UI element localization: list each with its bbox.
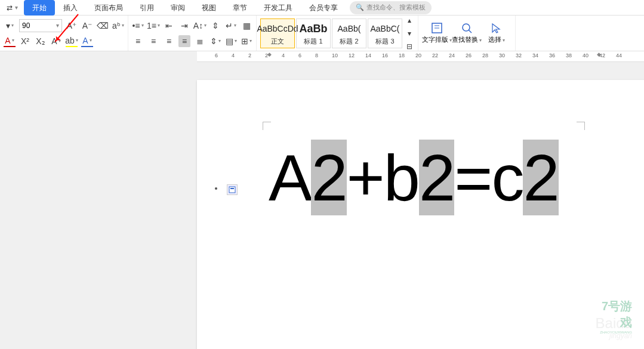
font-color-icon[interactable]: A xyxy=(4,35,16,47)
select-button[interactable]: 选择 xyxy=(482,17,511,50)
ruler-tick: 18 xyxy=(399,52,405,58)
font-size-input[interactable]: 90 xyxy=(19,19,62,32)
style-heading3[interactable]: AaBbC( 标题 3 xyxy=(368,18,402,48)
outdent-icon[interactable]: ⇤ xyxy=(163,20,175,32)
line-spacing-icon[interactable]: ⇕ xyxy=(209,35,221,47)
tab-view[interactable]: 视图 xyxy=(193,0,224,16)
sort-icon[interactable]: A↕ xyxy=(194,20,206,32)
borders-icon[interactable]: ⊞ xyxy=(241,35,252,47)
svg-rect-5 xyxy=(229,187,235,193)
ruler-tick: 16 xyxy=(382,52,388,58)
highlight-icon[interactable]: ab xyxy=(66,35,78,47)
bullets-icon[interactable]: •≡ xyxy=(132,20,144,32)
ruler-tick: 4 xyxy=(282,52,285,58)
ruler-tick: 14 xyxy=(365,52,371,58)
font-group: ▾ 90 A⁺ A⁻ ⌫ aᵇ A X² X₂ A ab A xyxy=(0,16,128,51)
paste-options-icon[interactable] xyxy=(227,184,238,195)
svg-rect-6 xyxy=(230,188,234,189)
menu-tabs: ⇄ ▾ 开始 插入 页面布局 引用 审阅 视图 章节 开发工具 会员专享 🔍 查… xyxy=(0,0,644,16)
ruler-tick: 30 xyxy=(499,52,505,58)
ruler-tick: 6 xyxy=(215,52,218,58)
tab-start[interactable]: 开始 xyxy=(24,0,55,16)
ruler-tick: 2 xyxy=(265,52,268,58)
ruler-tick: 40 xyxy=(583,52,588,58)
search-icon xyxy=(461,22,473,34)
ruler-tick: 38 xyxy=(566,52,572,58)
svg-line-4 xyxy=(469,30,472,33)
tab-member[interactable]: 会员专享 xyxy=(301,0,346,16)
tab-review[interactable]: 审阅 xyxy=(162,0,193,16)
ruler-tick: 6 xyxy=(298,52,301,58)
document-content[interactable]: A 2 + b 2 = c 2 xyxy=(269,140,559,215)
clear-format-icon[interactable]: ⌫ xyxy=(97,20,109,32)
align-left-icon[interactable]: ≡ xyxy=(132,35,144,47)
tab-page-layout[interactable]: 页面布局 xyxy=(86,0,131,16)
subscript-icon[interactable]: X₂ xyxy=(35,35,47,47)
ribbon: ▾ 90 A⁺ A⁻ ⌫ aᵇ A X² X₂ A ab A •≡ 1≡ ⇤ ⇥… xyxy=(0,16,644,51)
anchor-dot xyxy=(215,187,217,190)
tab-references[interactable]: 引用 xyxy=(131,0,162,16)
ruler-tick: 4 xyxy=(232,52,235,58)
shading-icon[interactable]: ▤ xyxy=(225,35,237,47)
redo-icon: ⇄ xyxy=(7,4,13,12)
indent-icon[interactable]: ⇥ xyxy=(178,20,190,32)
styles-group: AaBbCcDd 正文 AaBb 标题 1 AaBb( 标题 2 AaBbC( … xyxy=(257,16,418,51)
table-icon[interactable]: ▦ xyxy=(241,20,252,32)
cursor-icon xyxy=(491,22,503,34)
doc-char: + xyxy=(347,140,384,215)
styles-up-icon[interactable]: ▴ xyxy=(405,14,414,26)
tab-devtools[interactable]: 开发工具 xyxy=(255,0,301,16)
document-canvas: A 2 + b 2 = c 2 xyxy=(0,62,644,349)
ruler-tick: 28 xyxy=(482,52,488,58)
numbering-icon[interactable]: 1≡ xyxy=(147,20,159,32)
ruler-tick: 12 xyxy=(349,52,355,58)
distribute-icon[interactable]: ≣ xyxy=(194,35,206,47)
ruler-tick: 44 xyxy=(616,52,622,58)
tab-chapter[interactable]: 章节 xyxy=(224,0,255,16)
margin-corner-tl xyxy=(263,122,271,130)
style-heading2[interactable]: AaBb( 标题 2 xyxy=(332,18,366,48)
document-page[interactable]: A 2 + b 2 = c 2 xyxy=(197,80,644,349)
search-box[interactable]: 🔍 查找命令、搜索模板 xyxy=(350,1,432,14)
superscript-icon[interactable]: X² xyxy=(19,35,31,47)
text-effect-icon[interactable]: A xyxy=(81,35,93,47)
doc-char-selected: 2 xyxy=(419,140,454,215)
ruler-tick: 2 xyxy=(248,52,251,58)
text-layout-button[interactable]: 文字排版 xyxy=(422,17,452,50)
tab-insert[interactable]: 插入 xyxy=(55,0,86,16)
watermark-logo: 7号游戏 ZHAOYOUXIWANG xyxy=(596,298,632,334)
quick-access[interactable]: ⇄ ▾ xyxy=(0,4,24,12)
align-right-icon[interactable]: ≡ xyxy=(163,35,175,47)
search-placeholder: 查找命令、搜索模板 xyxy=(366,3,426,12)
align-center-icon[interactable]: ≡ xyxy=(147,35,159,47)
doc-char-selected: 2 xyxy=(523,140,558,215)
shrink-font-icon[interactable]: A⁻ xyxy=(81,20,93,32)
editing-group: 文字排版 查找替换 选择 xyxy=(418,16,516,51)
doc-char: c xyxy=(491,140,523,215)
styles-down-icon[interactable]: ▾ xyxy=(405,27,414,39)
doc-char: = xyxy=(454,140,491,215)
doc-char: b xyxy=(384,140,419,215)
ruler-tick: 24 xyxy=(449,52,455,58)
search-icon: 🔍 xyxy=(356,4,364,11)
ruler[interactable]: ◆ ◆ 642246810121416182022242628303234363… xyxy=(197,51,644,62)
ruler-tick: 8 xyxy=(315,52,318,58)
line-height-icon[interactable]: ⇕ xyxy=(209,20,221,32)
align-justify-icon[interactable]: ≡ xyxy=(178,35,190,47)
style-heading1[interactable]: AaBb 标题 1 xyxy=(296,18,331,48)
ruler-tick: 20 xyxy=(415,52,421,58)
margin-corner-tr xyxy=(577,122,585,130)
ruler-tick: 34 xyxy=(532,52,538,58)
font-family-dropdown[interactable]: ▾ xyxy=(4,20,16,32)
ruler-tick: 10 xyxy=(332,52,338,58)
indent-marker-icon[interactable]: ◆ xyxy=(267,51,272,57)
phonetic-guide-icon[interactable]: aᵇ xyxy=(112,20,124,32)
ruler-tick: 32 xyxy=(516,52,522,58)
find-replace-button[interactable]: 查找替换 xyxy=(452,17,482,50)
ruler-tick: 26 xyxy=(466,52,472,58)
styles-expand-icon[interactable]: ⊟ xyxy=(405,41,414,52)
doc-char-selected: 2 xyxy=(311,140,346,215)
wrap-icon[interactable]: ↵ xyxy=(225,20,237,32)
style-normal[interactable]: AaBbCcDd 正文 xyxy=(260,18,295,48)
ruler-tick: 22 xyxy=(432,52,438,58)
